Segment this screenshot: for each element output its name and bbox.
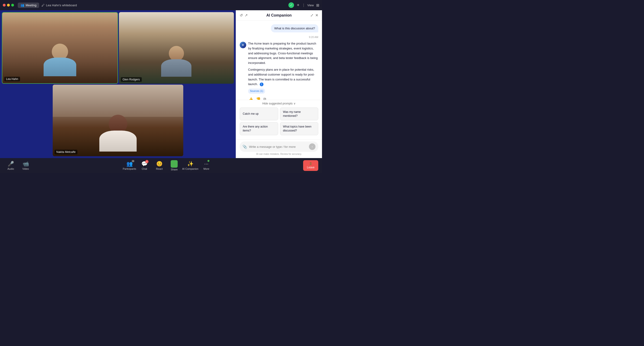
ai-send-button[interactable]: ↑ — [309, 144, 316, 150]
video-cell-lea: Lea Hahn — [2, 12, 118, 84]
more-icon: ··· — [204, 161, 208, 167]
whiteboard-title: 🖊 Lea Hahn's whiteboard — [42, 4, 77, 7]
sources-badge[interactable]: Sources (1) — [248, 88, 265, 94]
meeting-label: Meeting — [26, 4, 36, 7]
share-control[interactable]: ⬆ Share — [167, 160, 181, 171]
audio-label: Audio — [8, 168, 14, 170]
react-icon: 😊 — [156, 161, 162, 167]
leave-icon: 🚪 — [309, 162, 312, 165]
video-bottom-row: Nakita Metcalfe — [2, 85, 234, 156]
ai-companion-control[interactable]: ✨ AI Companion — [182, 161, 198, 170]
traffic-lights — [3, 4, 14, 6]
close-panel-icon[interactable]: ✕ — [315, 13, 318, 18]
video-cell-nakita: Nakita Metcalfe — [53, 85, 183, 156]
video-label: Video — [22, 168, 29, 170]
participants-count: 3 — [132, 160, 134, 162]
meeting-icon: 👥 — [20, 4, 24, 7]
participant-label-glen: Glen Rodgers — [121, 77, 142, 82]
react-label: React — [156, 168, 163, 170]
grid-icon[interactable]: ⊞ — [316, 3, 319, 8]
more-control[interactable]: ··· More — [199, 161, 213, 170]
ai-companion-label: AI Companion — [182, 168, 198, 170]
toolbar-center: 👥 3 Participants 💬 1 Chat 😊 React ⬆ Shar… — [122, 160, 213, 171]
ai-panel-header: ↺ ↗ AI Companion ⤢ ✕ — [236, 10, 322, 20]
ai-chat-input[interactable] — [249, 145, 307, 148]
participants-control[interactable]: 👥 3 Participants — [122, 161, 136, 170]
video-cell-glen: Glen Rodgers — [119, 12, 234, 84]
thumbs-up-button[interactable]: 👍 — [248, 96, 254, 100]
ai-panel-title: AI Companion — [250, 13, 308, 18]
ai-messages: What is this discussion about? 9:20 AM ✦… — [236, 20, 322, 100]
suggested-prompts-section: Hide suggested prompts ∨ Catch me up Was… — [236, 100, 322, 140]
ai-response-content: The Acme team is preparing for the produ… — [248, 41, 318, 100]
chat-control[interactable]: 💬 1 Chat — [137, 161, 151, 170]
history-icon[interactable]: ↺ — [240, 13, 243, 18]
whiteboard-icon: 🖊 — [42, 4, 44, 7]
ai-response: ✦ The Acme team is preparing for the pro… — [240, 41, 318, 100]
titlebar: 👥 Meeting 🖊 Lea Hahn's whiteboard ✓ ✦ | … — [0, 0, 322, 10]
participant-label-lea: Lea Hahn — [4, 77, 20, 81]
prompt-catch-me-up[interactable]: Catch me up — [240, 108, 278, 120]
participants-icon: 👥 3 — [126, 161, 133, 167]
toolbar: 🎤 Audio 📹 Video 👥 3 Participants 💬 1 Cha… — [0, 158, 322, 173]
share-label: Share — [171, 168, 178, 171]
toolbar-right: 🚪 Leave — [303, 160, 318, 171]
view-button[interactable]: View — [307, 4, 314, 7]
ai-companion-panel: ↺ ↗ AI Companion ⤢ ✕ What is this discus… — [236, 10, 322, 158]
more-label: More — [203, 168, 209, 170]
minimize-button[interactable] — [7, 4, 10, 6]
ai-companion-icon: ✨ — [187, 161, 194, 167]
prompt-action-items[interactable]: Are there any action items? — [240, 122, 278, 135]
suggested-prompts-header[interactable]: Hide suggested prompts ∨ — [240, 102, 318, 105]
audio-icon: 🎤 — [8, 161, 14, 167]
toolbar-left: 🎤 Audio 📹 Video — [4, 161, 33, 170]
ai-input-row: 📎 ↑ — [240, 142, 318, 152]
titlebar-right: ✓ ✦ | View ⊞ — [288, 2, 319, 8]
leave-button[interactable]: 🚪 Leave — [303, 160, 318, 171]
chat-label: Chat — [142, 168, 147, 170]
chevron-icon: ∨ — [294, 102, 296, 105]
attachment-icon[interactable]: 📎 — [242, 144, 247, 149]
external-link-icon[interactable]: ↗ — [244, 13, 248, 18]
participants-label: Participants — [123, 168, 136, 170]
video-control[interactable]: 📹 Video — [19, 161, 33, 170]
shield-icon: ✓ — [288, 2, 294, 8]
video-top-row: Lea Hahn Glen Rodgers — [2, 12, 234, 84]
whiteboard-label: Lea Hahn's whiteboard — [46, 4, 77, 7]
video-grid: Lea Hahn Glen Rodgers — [0, 10, 236, 158]
prompt-topics-discussed[interactable]: What topics have been discussed? — [280, 122, 318, 135]
ai-input-area: 📎 ↑ AI can make mistakes. Review for acc… — [236, 140, 322, 158]
more-badge — [208, 160, 210, 162]
close-button[interactable] — [3, 4, 6, 6]
star-icon[interactable]: ✦ — [296, 2, 300, 8]
prompt-name-mentioned[interactable]: Was my name mentioned? — [280, 108, 318, 120]
prompt-grid: Catch me up Was my name mentioned? Are t… — [240, 108, 318, 135]
share-icon: ⬆ — [171, 160, 178, 168]
main-area: Lea Hahn Glen Rodgers — [0, 10, 322, 158]
video-icon: 📹 — [22, 161, 29, 167]
meeting-button[interactable]: 👥 Meeting — [18, 2, 39, 8]
ai-panel-header-icons: ↺ ↗ — [240, 13, 248, 18]
copy-button[interactable]: ⧉ — [263, 96, 266, 100]
leave-label: Leave — [307, 166, 314, 169]
ai-panel-actions: ⤢ ✕ — [310, 13, 318, 18]
view-label: View — [307, 4, 314, 7]
react-control[interactable]: 😊 React — [152, 161, 166, 170]
feedback-row: 👍 👎 ⧉ — [248, 96, 318, 100]
user-message-time: 9:20 AM — [240, 36, 318, 38]
thumbs-down-button[interactable]: 👎 — [256, 96, 261, 100]
ai-disclaimer: AI can make mistakes. Review for accurac… — [240, 152, 318, 157]
chat-icon: 💬 1 — [141, 161, 148, 167]
audio-control[interactable]: 🎤 Audio — [4, 161, 18, 170]
participant-label-nakita: Nakita Metcalfe — [54, 150, 78, 154]
maximize-button[interactable] — [11, 4, 14, 6]
expand-icon[interactable]: ⤢ — [310, 13, 313, 18]
ai-avatar: ✦ — [240, 42, 246, 48]
source-ref-badge: 1 — [260, 82, 264, 86]
user-message: What is this discussion about? — [271, 24, 318, 32]
chat-badge: 1 — [145, 160, 148, 163]
